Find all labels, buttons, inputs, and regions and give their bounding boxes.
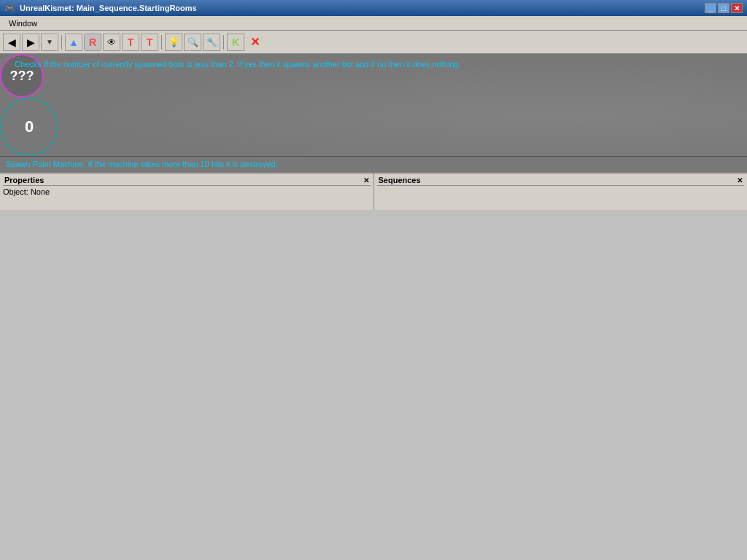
- window-title: UnrealKismet: Main_Sequence.StartingRoom…: [20, 4, 197, 12]
- close-button[interactable]: ✕: [731, 3, 743, 13]
- properties-header: Properties ✕: [3, 175, 371, 186]
- sequences-title: Sequences: [379, 176, 421, 184]
- toolbar-forward[interactable]: ▶: [22, 34, 39, 51]
- toolbar-dropdown[interactable]: ▼: [41, 34, 58, 51]
- toolbar-up[interactable]: ▲: [65, 34, 82, 51]
- toolbar-light[interactable]: 💡: [165, 34, 182, 51]
- canvas-background: [0, 54, 747, 156]
- app-icon: 🎮: [4, 3, 15, 13]
- menu-window[interactable]: Window: [3, 16, 43, 30]
- properties-close[interactable]: ✕: [363, 176, 369, 184]
- description-top: Checks if the number of currently spawne…: [15, 60, 460, 69]
- maximize-button[interactable]: □: [718, 3, 729, 13]
- properties-title: Properties: [4, 176, 44, 184]
- menu-bar: Window: [0, 16, 747, 31]
- toolbar-close-red[interactable]: ✕: [246, 34, 263, 51]
- canvas-container[interactable]: Checks if the number of currently spawne…: [0, 54, 747, 156]
- title-bar: 🎮 UnrealKismet: Main_Sequence.StartingRo…: [0, 0, 747, 16]
- toolbar-separator-3: [223, 35, 224, 50]
- window-controls[interactable]: _ □ ✕: [705, 3, 743, 13]
- toolbar-eye[interactable]: 👁: [103, 34, 120, 51]
- toolbar-separator-2: [161, 35, 162, 50]
- bottom-panels: Properties ✕ Object: None Sequences ✕: [0, 172, 747, 210]
- toolbar-search[interactable]: 🔍: [184, 34, 201, 51]
- toolbar-back[interactable]: ◀: [3, 34, 20, 51]
- properties-panel: Properties ✕ Object: None: [0, 174, 374, 210]
- toolbar-k[interactable]: K: [227, 34, 244, 51]
- properties-content: Object: None: [3, 187, 371, 196]
- minimize-button[interactable]: _: [705, 3, 716, 13]
- toolbar-t2[interactable]: T: [141, 34, 158, 51]
- description-bottom: Spawn Point Machine. If the machine take…: [6, 160, 278, 168]
- object-label: Object: None: [3, 187, 50, 196]
- toolbar-wrench[interactable]: 🔧: [203, 34, 220, 51]
- toolbar-r[interactable]: R: [84, 34, 101, 51]
- sequences-header: Sequences ✕: [377, 175, 745, 186]
- toolbar-separator-1: [61, 35, 62, 50]
- toolbar: ◀ ▶ ▼ ▲ R 👁 T T 💡 🔍 🔧 K ✕: [0, 31, 747, 54]
- sequences-panel: Sequences ✕: [374, 174, 748, 210]
- toolbar-t1[interactable]: T: [122, 34, 139, 51]
- sequences-close[interactable]: ✕: [737, 176, 743, 184]
- description-bar: Spawn Point Machine. If the machine take…: [0, 156, 747, 172]
